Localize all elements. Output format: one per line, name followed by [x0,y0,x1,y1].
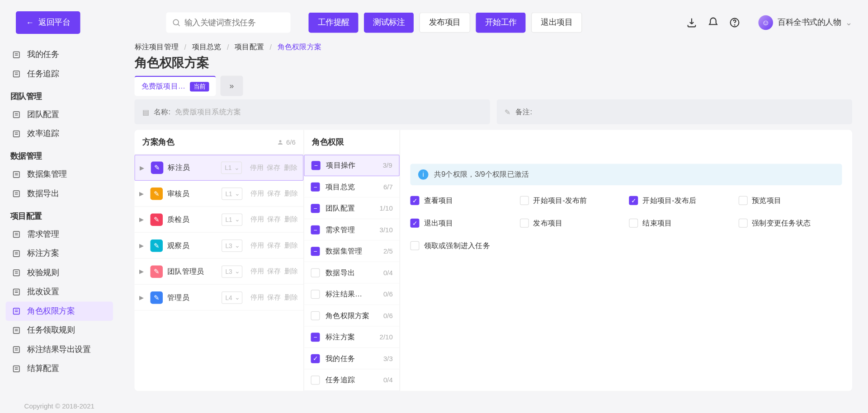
level-select[interactable]: L1 ⌄ [222,213,243,226]
checkbox-icon[interactable]: ✓ [410,219,420,228]
checkbox-icon[interactable]: ✓ [629,196,638,205]
sidebar-item[interactable]: 需求管理 [6,225,113,244]
perm-group-row[interactable]: ✓我的任务3/3 [304,348,400,370]
checkbox-full-icon[interactable]: ✓ [311,354,320,363]
save-action[interactable]: 保存 [267,267,281,276]
checkbox-none-icon[interactable] [311,375,320,385]
exit-project-button[interactable]: 退出项目 [531,13,582,33]
checkbox-part-icon[interactable]: − [311,182,320,191]
permission-item[interactable]: 领取或强制进入任务 [410,241,514,251]
scheme-tab[interactable]: 免费版项目… 当前 [135,76,216,96]
download-icon[interactable] [686,17,698,28]
perm-group-row[interactable]: −项目总览6/7 [304,176,400,198]
role-row[interactable]: ▶✎审核员L1 ⌄停用保存删除 [135,181,304,207]
delete-action[interactable]: 删除 [284,215,298,224]
role-row[interactable]: ▶✎管理员L4 ⌄停用保存删除 [135,285,304,311]
perm-group-row[interactable]: −数据集管理2/5 [304,241,400,263]
delete-action[interactable]: 删除 [284,293,298,302]
back-button[interactable]: ← 返回平台 [16,11,80,34]
level-select[interactable]: L1 ⌄ [221,162,242,174]
perm-group-row[interactable]: 标注结果…0/6 [304,284,400,305]
sidebar-item[interactable]: 数据集管理 [6,165,113,184]
role-row[interactable]: ▶✎质检员L1 ⌄停用保存删除 [135,207,304,233]
checkbox-icon[interactable] [738,196,747,205]
checkbox-icon[interactable] [410,241,420,250]
level-select[interactable]: L4 ⌄ [222,291,243,304]
save-action[interactable]: 保存 [267,189,281,198]
checkbox-icon[interactable] [519,219,528,228]
perm-group-row[interactable]: −项目操作3/9 [304,155,400,177]
checkbox-icon[interactable]: ✓ [410,196,420,205]
test-annotate-button[interactable]: 测试标注 [364,13,414,33]
permission-item[interactable]: 强制变更任务状态 [738,218,842,229]
permission-item[interactable]: ✓查看项目 [410,196,514,206]
sidebar-item[interactable]: 我的任务 [6,45,113,65]
crumb-3[interactable]: 项目配置 [235,42,264,52]
sidebar-item[interactable]: 数据导出 [6,184,113,204]
stop-action[interactable]: 停用 [250,163,264,173]
checkbox-part-icon[interactable]: − [311,161,321,170]
level-select[interactable]: L3 ⌄ [222,265,243,278]
role-row[interactable]: ▶✎标注员L1 ⌄停用保存删除 [135,155,304,181]
permission-item[interactable]: 预览项目 [738,196,842,206]
sidebar-item[interactable]: 标注方案 [6,244,113,263]
sidebar-item[interactable]: 角色权限方案 [6,302,113,321]
sidebar-item[interactable]: 批改设置 [6,282,113,302]
sidebar-item[interactable]: 任务领取规则 [6,321,113,340]
stop-action[interactable]: 停用 [250,189,264,198]
start-work-button[interactable]: 开始工作 [476,13,526,33]
perm-group-row[interactable]: −团队配置1/10 [304,198,400,220]
publish-button[interactable]: 发布项目 [420,13,471,33]
sidebar-item[interactable]: 任务追踪 [6,65,113,84]
crumb-2[interactable]: 项目总览 [192,42,222,52]
delete-action[interactable]: 删除 [284,241,298,250]
search-input[interactable] [184,18,285,27]
sidebar-item[interactable]: 团队配置 [6,105,113,125]
checkbox-part-icon[interactable]: − [311,333,320,342]
role-row[interactable]: ▶✎观察员L3 ⌄停用保存删除 [135,233,304,259]
permission-item[interactable]: ✓开始项目-发布后 [629,196,732,206]
save-action[interactable]: 保存 [267,163,280,173]
delete-action[interactable]: 删除 [284,189,298,198]
role-row[interactable]: ▶✎团队管理员L3 ⌄停用保存删除 [135,259,304,285]
sidebar-item[interactable]: 效率追踪 [6,124,113,144]
delete-action[interactable]: 删除 [284,267,298,276]
checkbox-part-icon[interactable]: − [311,247,320,256]
save-action[interactable]: 保存 [267,293,281,302]
delete-action[interactable]: 删除 [284,163,297,173]
level-select[interactable]: L1 ⌄ [222,187,243,200]
stop-action[interactable]: 停用 [250,293,264,302]
permission-item[interactable]: 发布项目 [519,218,623,229]
help-icon[interactable] [729,17,741,28]
user-chip[interactable]: ☺ 百科全书式的人物 ⌄ [759,15,853,30]
checkbox-part-icon[interactable]: − [311,225,320,234]
work-remind-button[interactable]: 工作提醒 [309,13,359,33]
crumb-1[interactable]: 标注项目管理 [135,42,179,52]
sidebar-item[interactable]: 结算配置 [6,359,113,379]
perm-group-row[interactable]: 任务追踪0/4 [304,370,400,391]
level-select[interactable]: L3 ⌄ [222,239,243,252]
sidebar-item[interactable]: 标注结果导出设置 [6,340,113,360]
perm-group-row[interactable]: −标注方案2/10 [304,327,400,348]
perm-group-row[interactable]: 数据导出0/4 [304,262,400,284]
checkbox-none-icon[interactable] [311,311,320,320]
bell-icon[interactable] [708,17,719,28]
stop-action[interactable]: 停用 [250,267,264,276]
permission-item[interactable]: 开始项目-发布前 [519,196,623,206]
sidebar-item[interactable]: 校验规则 [6,263,113,283]
stop-action[interactable]: 停用 [250,215,264,224]
tab-more-button[interactable]: » [221,76,243,96]
save-action[interactable]: 保存 [267,215,281,224]
perm-group-row[interactable]: −需求管理3/10 [304,219,400,241]
checkbox-none-icon[interactable] [311,290,320,299]
checkbox-none-icon[interactable] [311,268,320,277]
permission-item[interactable]: 结束项目 [629,218,732,229]
save-action[interactable]: 保存 [267,241,281,250]
search-box[interactable] [166,13,291,33]
perm-group-row[interactable]: 角色权限方案0/6 [304,305,400,327]
checkbox-icon[interactable] [738,219,747,228]
checkbox-icon[interactable] [519,196,528,205]
stop-action[interactable]: 停用 [250,241,264,250]
checkbox-part-icon[interactable]: − [311,204,320,213]
permission-item[interactable]: ✓退出项目 [410,218,514,229]
